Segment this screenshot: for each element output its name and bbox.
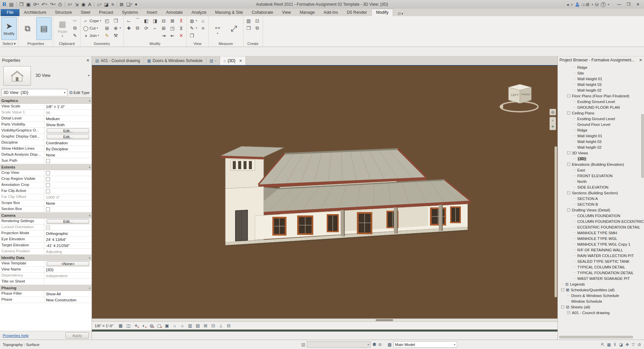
property-value[interactable] bbox=[44, 170, 92, 176]
view-cube[interactable]: LEFT FRONT bbox=[498, 79, 542, 116]
tree-item[interactable]: WAST WATER SOAKAGE PIT bbox=[558, 276, 644, 281]
property-value[interactable]: Coordination bbox=[44, 140, 92, 146]
tag-icon[interactable]: ◉ bbox=[80, 1, 86, 8]
thin-lines-icon[interactable]: ≡ bbox=[110, 1, 115, 8]
collapse-node-icon[interactable]: − bbox=[561, 305, 564, 308]
property-value[interactable]: {3D} bbox=[44, 267, 92, 272]
active-workset-combo[interactable]: ▾ bbox=[307, 341, 371, 348]
tree-item[interactable]: {3D} bbox=[558, 156, 644, 161]
search-icon[interactable]: ⌕ bbox=[571, 2, 573, 7]
tree-item[interactable]: −▧Sheets (all) bbox=[558, 304, 644, 310]
create-assembly-button[interactable]: ⧉ bbox=[254, 24, 261, 32]
property-value[interactable]: New Construction bbox=[44, 297, 92, 303]
switch-windows-icon[interactable]: ❏▾ bbox=[125, 1, 133, 8]
linework-button[interactable]: ✎▾ bbox=[188, 24, 198, 32]
design-options-icon[interactable]: ▩ bbox=[388, 342, 392, 347]
ribbon-tab-manage[interactable]: Manage bbox=[295, 9, 319, 16]
tree-item[interactable]: Wall heigth 02 bbox=[558, 144, 644, 150]
properties-help-link[interactable]: Properties help bbox=[3, 334, 29, 338]
detail-level-icon[interactable]: ▦ bbox=[117, 323, 124, 329]
measure-icon[interactable]: ⌗▾ bbox=[67, 1, 73, 8]
property-value[interactable]: Show All bbox=[44, 291, 92, 297]
select-underlay-icon[interactable]: ▦ bbox=[607, 342, 611, 347]
ribbon-tab-file[interactable]: File bbox=[1, 9, 19, 16]
tree-item[interactable]: Exsiting Ground Level bbox=[558, 99, 644, 104]
dropdown-caret-icon[interactable]: ▾ bbox=[46, 1, 47, 8]
measure-between-refs-button[interactable]: ↔▾ bbox=[210, 17, 225, 40]
tree-item[interactable]: Doors & Windows Schedule bbox=[558, 293, 644, 298]
tree-item[interactable]: −Ceiling Plans bbox=[558, 110, 644, 116]
copy-to-clipboard-button[interactable]: ⧉ bbox=[71, 24, 79, 32]
editing-requests-icon[interactable]: ⚉ bbox=[372, 342, 376, 347]
shadows-icon[interactable]: ◐✕ bbox=[141, 323, 147, 329]
tree-item[interactable]: −3D Views bbox=[558, 150, 644, 156]
delete-button[interactable]: ✕ bbox=[177, 32, 185, 39]
tree-item[interactable]: ECCENTRIC FOUNDATION DETAIL bbox=[558, 224, 644, 230]
ribbon-tab-collaborate[interactable]: Collaborate bbox=[248, 9, 278, 16]
pan-icon[interactable]: ✛ bbox=[551, 123, 554, 130]
panel-label[interactable]: Clipboard bbox=[53, 41, 80, 47]
unpin-button[interactable]: ⊻ bbox=[177, 24, 185, 32]
dropdown-caret-icon[interactable]: ▾ bbox=[196, 19, 197, 22]
search-collapse-icon[interactable]: ◂ bbox=[567, 2, 569, 7]
default-3d-view-icon[interactable]: ⌂▾ bbox=[96, 1, 102, 8]
property-section-phasing[interactable]: Phasing▴ bbox=[0, 285, 92, 291]
model-canvas[interactable]: LEFT FRONT ◎ ⌕ ✛ bbox=[92, 66, 557, 321]
highlight-displacement-sets-icon[interactable]: ⊡ bbox=[210, 323, 216, 329]
tree-item[interactable]: −▦Schedules/Quantities (all) bbox=[558, 287, 644, 293]
restore-button[interactable]: ❐ bbox=[624, 1, 633, 8]
align-button[interactable]: ⌙ bbox=[125, 17, 133, 24]
edit-type-button[interactable]: ⧉ Edit Type bbox=[69, 90, 90, 95]
cut-to-clipboard-button[interactable]: ✂ bbox=[71, 17, 79, 24]
crop-view-icon[interactable]: ▢✕ bbox=[156, 323, 162, 329]
help-icon[interactable]: ? bbox=[601, 2, 606, 7]
property-value[interactable]: -41' 4 21/256" bbox=[44, 243, 92, 248]
property-value[interactable]: Edit... bbox=[44, 128, 92, 134]
dropdown-caret-icon[interactable]: ▾ bbox=[131, 1, 132, 8]
property-value[interactable] bbox=[44, 206, 92, 212]
property-value[interactable]: <None> bbox=[44, 261, 92, 266]
view-tab--3d-[interactable]: ⌂{3D}✕ bbox=[220, 56, 246, 65]
split-element-button[interactable]: ⊟ bbox=[160, 17, 168, 24]
type-selector-caret-icon[interactable]: ▾ bbox=[88, 74, 90, 77]
drag-on-selection-icon[interactable]: ✥ bbox=[626, 342, 629, 347]
collapse-node-icon[interactable]: − bbox=[561, 288, 564, 291]
tree-item[interactable]: COLUMN FOUNDATION ECCENTRIC bbox=[558, 218, 644, 224]
tree-item[interactable]: GROUND FLOOR PLAN bbox=[558, 104, 644, 110]
tree-item[interactable]: TYPICAL FOUNDATION DETAIL bbox=[558, 270, 644, 276]
properties-palette-toggle-button[interactable]: ▤ bbox=[36, 17, 52, 40]
tree-item[interactable]: North bbox=[558, 179, 644, 184]
type-properties-button[interactable]: ⧉ bbox=[20, 17, 35, 40]
save-icon[interactable]: ▣ bbox=[25, 1, 32, 8]
tree-item[interactable]: −Floor Plans (Floor Plan FInalized) bbox=[558, 93, 644, 99]
text-icon[interactable]: A bbox=[87, 1, 92, 8]
type-selector-thumbnail[interactable] bbox=[3, 66, 31, 86]
tree-item[interactable]: −Drafting Views (Detail) bbox=[558, 207, 644, 213]
collapse-node-icon[interactable]: − bbox=[567, 151, 570, 154]
array-button[interactable]: ⊞ bbox=[160, 24, 168, 32]
steering-wheel-icon[interactable]: ◎ bbox=[549, 109, 556, 115]
selection-filter-icon[interactable]: ▽ bbox=[632, 342, 635, 347]
ribbon-state-toggle[interactable]: ⊡ ▾ bbox=[396, 11, 405, 16]
property-value[interactable]: None bbox=[44, 152, 92, 158]
trim-extend-corner-button[interactable]: ⌐ bbox=[151, 24, 159, 32]
edit-button[interactable]: Edit... bbox=[47, 135, 89, 139]
property-value[interactable]: Adjusting bbox=[44, 249, 92, 254]
dropdown-caret-icon[interactable]: ▾ bbox=[98, 34, 99, 37]
panel-label[interactable]: Select ▾ bbox=[0, 41, 18, 47]
move-button[interactable]: ✚ bbox=[125, 24, 133, 32]
join-geometry-button[interactable]: ◑Join▾ bbox=[82, 32, 102, 39]
close-inactive-views-icon[interactable]: ⊠ bbox=[119, 1, 125, 8]
design-option-combo[interactable]: Main Model▾ bbox=[393, 341, 457, 348]
temporary-view-properties-icon[interactable]: ▤ bbox=[195, 323, 201, 329]
override-by-filter-button[interactable]: ≡ bbox=[199, 24, 207, 32]
tree-item[interactable]: Wall Height 01 bbox=[558, 76, 644, 82]
property-checkbox[interactable] bbox=[46, 177, 50, 181]
aligned-dimension-icon[interactable]: ⇲ bbox=[74, 1, 80, 8]
tree-item[interactable]: Wall Height 01 bbox=[558, 133, 644, 139]
app-store-cart-icon[interactable]: ⛁ bbox=[595, 2, 599, 7]
property-value[interactable]: Edit... bbox=[44, 218, 92, 224]
view-scale-control[interactable]: 1/8" = 1'-0" bbox=[95, 324, 113, 328]
tree-item[interactable]: Ridge bbox=[558, 64, 644, 70]
ribbon-tab-systems[interactable]: Systems bbox=[117, 9, 142, 16]
